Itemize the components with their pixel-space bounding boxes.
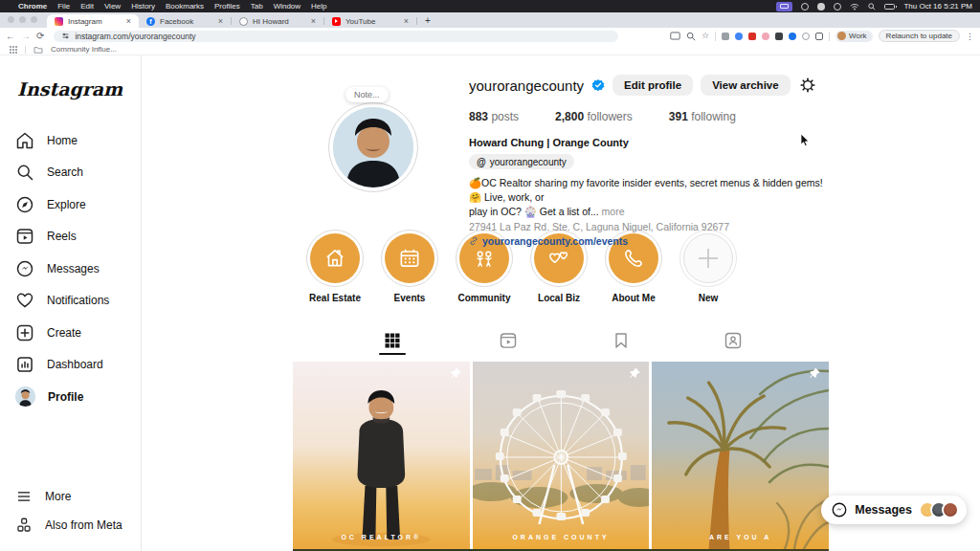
highlight-real-estate[interactable]: Real Estate — [304, 230, 366, 325]
messages-widget[interactable]: Messages — [821, 496, 967, 524]
sidebar-item-create[interactable]: Create — [15, 317, 141, 349]
hearts-icon — [546, 246, 571, 271]
relaunch-button[interactable]: Relaunch to update — [879, 30, 960, 42]
bio-more-link[interactable]: more — [602, 206, 625, 217]
extension-icon[interactable] — [735, 33, 743, 40]
chrome-tabstrip: Instagram × f Facebook × HI Howard × You… — [0, 12, 980, 28]
tab-hi-howard[interactable]: HI Howard × — [232, 14, 323, 28]
site-info-icon[interactable] — [61, 32, 70, 40]
new-tab-button[interactable]: + — [425, 15, 431, 26]
dashboard-chart-icon — [15, 355, 34, 374]
stat-followers[interactable]: 2,800 followers — [555, 110, 633, 123]
tab-favicon — [239, 17, 248, 26]
cast-icon[interactable] — [670, 32, 680, 40]
house-icon — [323, 246, 347, 271]
extension-icon[interactable] — [762, 33, 769, 40]
menu-bookmarks[interactable]: Bookmarks — [166, 2, 204, 11]
close-tab-icon[interactable]: × — [404, 17, 409, 26]
post-orange-county[interactable]: ORANGE COUNTY — [473, 362, 650, 549]
link-icon — [469, 236, 479, 246]
sidebar-item-home[interactable]: Home — [15, 124, 141, 157]
sidebar-item-reels[interactable]: Reels — [15, 221, 141, 253]
apps-grid-icon[interactable] — [10, 46, 17, 54]
search-icon — [15, 163, 34, 182]
stat-following[interactable]: 391 following — [669, 110, 736, 123]
status-icon[interactable] — [801, 3, 809, 11]
sidebar-item-profile[interactable]: Profile — [15, 381, 141, 413]
tab-saved[interactable] — [612, 331, 631, 362]
battery-icon[interactable] — [884, 4, 895, 10]
username[interactable]: yourorangecounty — [469, 77, 584, 94]
verified-badge-icon — [591, 78, 605, 92]
reload-button[interactable]: ⟳ — [36, 32, 44, 41]
back-button[interactable]: ← — [6, 32, 15, 41]
extension-icon[interactable] — [748, 33, 756, 40]
profile-photo[interactable] — [328, 102, 418, 192]
instagram-logo[interactable]: Instagram — [17, 78, 141, 99]
heart-icon — [15, 291, 34, 310]
sidebar-item-more[interactable]: More — [15, 488, 122, 505]
tab-tagged[interactable] — [724, 331, 743, 362]
menu-view[interactable]: View — [104, 2, 121, 11]
chrome-menu-icon[interactable]: ⋮ — [966, 32, 974, 41]
messenger-icon — [15, 259, 34, 278]
messages-label: Messages — [855, 503, 912, 517]
forward-button[interactable]: → — [21, 32, 31, 41]
edit-profile-button[interactable]: Edit profile — [612, 75, 693, 96]
bio-link[interactable]: yourorangecounty.com/events — [482, 235, 628, 247]
status-icon[interactable] — [817, 3, 825, 11]
menu-history[interactable]: History — [131, 2, 155, 11]
spotlight-search-icon[interactable] — [868, 3, 876, 11]
extension-icon[interactable] — [722, 33, 729, 40]
chrome-profile-chip[interactable]: Work — [835, 31, 873, 42]
menu-tab[interactable]: Tab — [251, 2, 263, 11]
wifi-icon[interactable] — [850, 3, 859, 11]
tab-facebook[interactable]: f Facebook × — [139, 14, 231, 28]
extension-icon[interactable] — [815, 33, 823, 40]
avatar — [15, 386, 35, 407]
sidebar-item-notifications[interactable]: Notifications — [15, 285, 141, 318]
settings-button[interactable] — [800, 77, 815, 93]
instagram-favicon — [55, 17, 63, 26]
extension-icon[interactable] — [802, 33, 810, 40]
post-oc-realtor[interactable]: OC REALTOR® — [293, 362, 470, 549]
sidebar-item-also-from-meta[interactable]: Also from Meta — [15, 517, 122, 534]
extension-icon[interactable] — [775, 33, 783, 40]
tab-reels[interactable] — [499, 331, 518, 362]
bookmark-star-icon[interactable]: ☆ — [702, 32, 709, 40]
menu-profiles[interactable]: Profiles — [214, 2, 240, 11]
menu-edit[interactable]: Edit — [80, 2, 94, 11]
menu-window[interactable]: Window — [274, 2, 301, 11]
menu-help[interactable]: Help — [311, 2, 326, 11]
input-source-icon[interactable] — [776, 2, 792, 11]
zoom-icon[interactable] — [686, 32, 696, 41]
menu-chrome[interactable]: Chrome — [18, 2, 47, 11]
note-bubble[interactable]: Note... — [345, 87, 389, 102]
threads-icon: @ — [477, 157, 486, 167]
post-are-you-a[interactable]: ARE YOU A — [652, 362, 829, 549]
screen: Chrome File Edit View History Bookmarks … — [0, 0, 980, 551]
bookmark-folder[interactable]: Community Influe... — [51, 45, 117, 54]
close-tab-icon[interactable]: × — [126, 17, 131, 26]
threads-badge[interactable]: @ yourorangecounty — [469, 154, 574, 169]
menubar-clock: Thu Oct 16 5:21 PM — [903, 2, 972, 11]
plus-icon — [694, 244, 723, 273]
extension-icon[interactable] — [789, 33, 796, 40]
close-tab-icon[interactable]: × — [311, 17, 316, 26]
tab-posts-grid[interactable] — [379, 331, 406, 362]
tab-instagram[interactable]: Instagram × — [47, 14, 139, 28]
sidebar-item-explore[interactable]: Explore — [15, 188, 141, 221]
window-controls[interactable] — [8, 16, 37, 23]
sidebar-item-search[interactable]: Search — [15, 157, 141, 189]
view-archive-button[interactable]: View archive — [701, 75, 790, 96]
profile-avatar — [837, 32, 846, 40]
close-tab-icon[interactable]: × — [218, 17, 223, 26]
sidebar-item-dashboard[interactable]: Dashboard — [15, 349, 141, 382]
tab-youtube[interactable]: YouTube × — [324, 14, 416, 28]
highlight-events[interactable]: Events — [379, 230, 440, 325]
status-icon[interactable] — [834, 3, 841, 11]
sidebar-item-messages[interactable]: Messages — [15, 253, 141, 285]
url-bar[interactable]: instagram.com/yourorangecounty — [54, 31, 618, 42]
bookmarks-bar: Community Influe... — [0, 44, 980, 55]
menu-file[interactable]: File — [57, 2, 70, 11]
